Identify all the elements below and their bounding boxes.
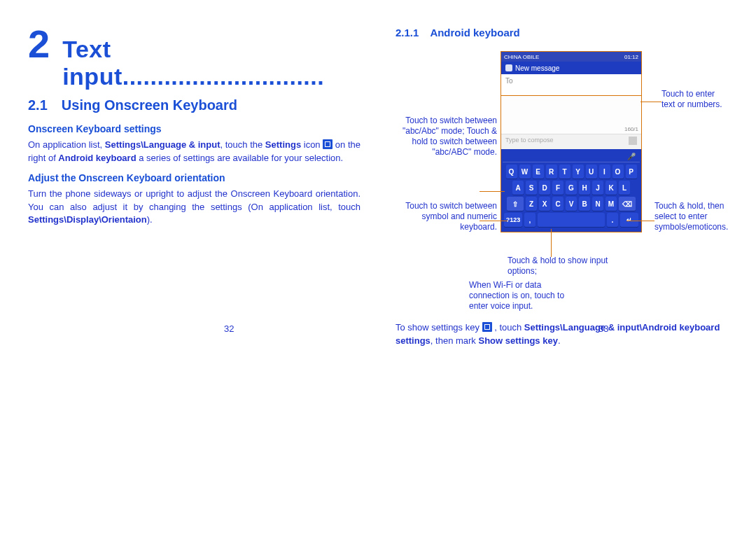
page-number-left: 32 [224, 323, 234, 334]
key-h: H [579, 181, 590, 195]
status-bar: CHINA OBILE 01:12 [501, 52, 641, 62]
key-q: Q [506, 165, 517, 179]
key-g: G [566, 181, 577, 195]
callout-voice-input: When Wi-Fi or data connection is on, tou… [469, 280, 574, 312]
space-key [538, 213, 605, 227]
chapter-number: 2 [28, 21, 50, 67]
paragraph-orientation: Turn the phone sideways or upright to ad… [28, 188, 360, 228]
subsection-number: 2.1.1 [396, 27, 419, 39]
key-o: O [612, 165, 624, 179]
page-number-right: 33 [598, 323, 608, 334]
key-row-4: ?123 , . ↵ [503, 213, 640, 227]
enter-key: ↵ [620, 213, 638, 227]
key-l: L [619, 181, 630, 195]
right-page: 2.1.1 Android keyboard CHINA OBILE 01:12… [396, 21, 728, 348]
key-k: K [606, 181, 617, 195]
subsection-title: Android keyboard [430, 27, 519, 39]
compose-bar: Type to compose [501, 134, 641, 149]
onscreen-keyboard: 🎤 QWERTYUIOP ASDFGHJKL ⇧ ZXCVBNM ⌫ ?123 … [501, 149, 641, 232]
key-t: T [559, 165, 570, 179]
section-number: 2.1 [28, 97, 48, 113]
key-p: P [626, 165, 637, 179]
key-row-2: ASDFGHJKL [503, 181, 640, 195]
subheading-orientation: Adjust the Onscreen Keyboard orientation [28, 172, 360, 183]
key-a: A [512, 181, 524, 195]
key-c: C [552, 197, 564, 211]
key-n: N [592, 197, 603, 211]
key-i: I [599, 165, 610, 179]
phone-mockup: CHINA OBILE 01:12 New message To 160/1 T… [500, 51, 642, 232]
shift-key: ⇧ [507, 197, 524, 211]
key-row-1: QWERTYUIOP [503, 165, 640, 179]
settings-icon [323, 139, 332, 149]
message-area: 160/1 [501, 96, 641, 134]
paragraph-settings: On application list, Settings\Language &… [28, 139, 360, 165]
key-x: X [539, 197, 550, 211]
subsection-heading: 2.1.1 Android keyboard [396, 27, 728, 39]
app-icon [505, 64, 512, 71]
key-u: U [586, 165, 597, 179]
period-key: . [607, 213, 618, 227]
app-bar: New message [501, 62, 641, 74]
comma-key: , [524, 213, 536, 227]
key-s: S [526, 181, 537, 195]
suggestion-bar: 🎤 [503, 152, 640, 162]
to-field: To [501, 74, 641, 96]
key-b: B [579, 197, 590, 211]
key-f: F [552, 181, 564, 195]
send-icon [629, 137, 637, 145]
key-r: R [546, 165, 557, 179]
key-v: V [566, 197, 577, 211]
chapter-title: Text input............................. [62, 36, 360, 90]
key-d: D [539, 181, 550, 195]
callout-input-options: Touch & hold to show input options; [507, 256, 612, 277]
delete-key: ⌫ [619, 197, 636, 211]
key-e: E [533, 165, 544, 179]
settings-icon [482, 322, 492, 332]
section-heading: 2.1 Using Onscreen Keyboard [28, 97, 360, 113]
key-m: M [606, 197, 617, 211]
key-w: W [519, 165, 531, 179]
callout-shift: Touch to switch between "abc/Abc" mode; … [396, 116, 497, 158]
subheading-settings: Onscreen Keyboard settings [28, 123, 360, 134]
key-j: J [592, 181, 603, 195]
callout-symbol-key: Touch to switch between symbol and numer… [396, 201, 497, 232]
symbol-key: ?123 [504, 213, 522, 227]
keyboard-figure: CHINA OBILE 01:12 New message To 160/1 T… [396, 46, 728, 319]
footnote: To show settings key , touch Settings\La… [396, 321, 728, 348]
mic-icon: 🎤 [627, 153, 636, 160]
key-row-3: ⇧ ZXCVBNM ⌫ [503, 197, 640, 211]
section-title: Using Onscreen Keyboard [62, 97, 237, 113]
chapter-heading: 2 Text input............................… [28, 21, 360, 90]
callout-symbol-hold: Touch & hold, then select to enter symbo… [654, 201, 728, 232]
callout-text-area: Touch to enter text or numbers. [662, 89, 728, 110]
left-page: 2 Text input............................… [28, 21, 360, 348]
key-y: Y [573, 165, 584, 179]
key-z: Z [526, 197, 537, 211]
